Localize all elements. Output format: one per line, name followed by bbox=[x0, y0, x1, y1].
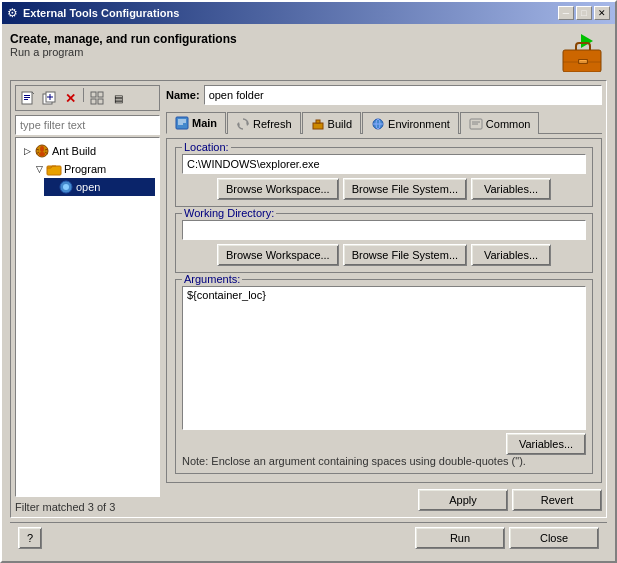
title-bar-buttons: ─ □ ✕ bbox=[558, 6, 610, 20]
delete-config-button[interactable]: ✕ bbox=[60, 88, 80, 108]
toolbar: ✕ ▤ bbox=[15, 85, 160, 111]
svg-point-19 bbox=[39, 152, 45, 156]
working-dir-group: Working Directory: Browse Workspace... B… bbox=[175, 213, 593, 273]
header-section: Create, manage, and run configurations R… bbox=[10, 32, 607, 76]
working-dir-buttons: Browse Workspace... Browse File System..… bbox=[182, 244, 586, 266]
name-row: Name: bbox=[166, 85, 602, 105]
ant-expand-icon: ▷ bbox=[22, 146, 32, 156]
header-title: Create, manage, and run configurations bbox=[10, 32, 237, 46]
maximize-button[interactable]: □ bbox=[576, 6, 592, 20]
location-input[interactable] bbox=[182, 154, 586, 174]
minimize-button[interactable]: ─ bbox=[558, 6, 574, 20]
svg-rect-34 bbox=[313, 123, 323, 129]
filter-status: Filter matched 3 of 3 bbox=[15, 499, 160, 513]
open-program-icon bbox=[58, 179, 74, 195]
svg-point-27 bbox=[63, 184, 69, 190]
program-expand-icon: ▽ bbox=[34, 164, 44, 174]
header-text: Create, manage, and run configurations R… bbox=[10, 32, 237, 58]
collapse-button[interactable] bbox=[87, 88, 107, 108]
workdir-browse-filesystem-button[interactable]: Browse File System... bbox=[343, 244, 467, 266]
ant-build-icon bbox=[34, 143, 50, 159]
working-dir-label: Working Directory: bbox=[182, 207, 276, 219]
tree-item-program[interactable]: ▽ Program bbox=[32, 160, 155, 178]
window-icon: ⚙ bbox=[7, 6, 18, 20]
duplicate-config-button[interactable] bbox=[39, 88, 59, 108]
name-label: Name: bbox=[166, 89, 200, 101]
tab-common-label: Common bbox=[486, 118, 531, 130]
new-config-button[interactable] bbox=[18, 88, 38, 108]
tab-refresh[interactable]: Refresh bbox=[227, 112, 301, 134]
close-button[interactable]: Close bbox=[509, 527, 599, 549]
help-button[interactable]: ? bbox=[18, 527, 42, 549]
workdir-browse-workspace-button[interactable]: Browse Workspace... bbox=[217, 244, 339, 266]
svg-rect-15 bbox=[98, 92, 103, 97]
tab-content-main: Location: Browse Workspace... Browse Fil… bbox=[166, 138, 602, 483]
working-dir-input[interactable] bbox=[182, 220, 586, 240]
apply-button[interactable]: Apply bbox=[418, 489, 508, 511]
filter-input[interactable] bbox=[15, 115, 160, 135]
tab-refresh-label: Refresh bbox=[253, 118, 292, 130]
tree-area[interactable]: ▷ Ant Build ▽ bbox=[15, 137, 160, 497]
arguments-note: Note: Enclose an argument containing spa… bbox=[182, 455, 586, 467]
close-window-button[interactable]: ✕ bbox=[594, 6, 610, 20]
toolbar-separator bbox=[83, 88, 84, 102]
tabs-bar: Main Refresh bbox=[166, 111, 602, 134]
svg-rect-8 bbox=[24, 97, 30, 98]
svg-rect-35 bbox=[316, 120, 320, 123]
title-bar: ⚙ External Tools Configurations ─ □ ✕ bbox=[2, 2, 615, 24]
external-tools-window: ⚙ External Tools Configurations ─ □ ✕ Cr… bbox=[0, 0, 617, 563]
location-browse-workspace-button[interactable]: Browse Workspace... bbox=[217, 178, 339, 200]
tab-main-label: Main bbox=[192, 117, 217, 129]
location-label: Location: bbox=[182, 141, 231, 153]
tree-item-ant-build[interactable]: ▷ Ant Build bbox=[20, 142, 155, 160]
open-label: open bbox=[76, 181, 100, 193]
tree-item-open[interactable]: open bbox=[44, 178, 155, 196]
main-tab-icon bbox=[175, 116, 189, 130]
location-browse-filesystem-button[interactable]: Browse File System... bbox=[343, 178, 467, 200]
arguments-group: Arguments: ${container_loc} Variables...… bbox=[175, 279, 593, 474]
workdir-variables-button[interactable]: Variables... bbox=[471, 244, 551, 266]
arguments-label: Arguments: bbox=[182, 273, 242, 285]
location-group: Location: Browse Workspace... Browse Fil… bbox=[175, 147, 593, 207]
common-tab-icon bbox=[469, 117, 483, 131]
arguments-textarea[interactable]: ${container_loc} bbox=[182, 286, 586, 430]
location-variables-button[interactable]: Variables... bbox=[471, 178, 551, 200]
svg-marker-0 bbox=[581, 34, 593, 48]
svg-rect-25 bbox=[47, 166, 61, 175]
build-tab-icon bbox=[311, 117, 325, 131]
arguments-textarea-wrapper: ${container_loc} bbox=[182, 286, 586, 430]
left-panel: ✕ ▤ ▷ bbox=[15, 85, 160, 513]
svg-point-20 bbox=[40, 146, 44, 152]
tab-environment-label: Environment bbox=[388, 118, 450, 130]
refresh-tab-icon bbox=[236, 117, 250, 131]
arguments-variables-button[interactable]: Variables... bbox=[506, 433, 586, 455]
expand-button[interactable]: ▤ bbox=[108, 88, 128, 108]
name-input[interactable] bbox=[204, 85, 602, 105]
location-buttons: Browse Workspace... Browse File System..… bbox=[182, 178, 586, 200]
svg-rect-28 bbox=[176, 117, 188, 129]
svg-rect-9 bbox=[24, 99, 28, 100]
run-button[interactable]: Run bbox=[415, 527, 505, 549]
briefcase-icon bbox=[559, 32, 607, 72]
revert-button[interactable]: Revert bbox=[512, 489, 602, 511]
svg-rect-17 bbox=[98, 99, 103, 104]
tab-environment[interactable]: Environment bbox=[362, 112, 459, 134]
window-body: Create, manage, and run configurations R… bbox=[2, 24, 615, 561]
apply-revert-row: Apply Revert bbox=[166, 487, 602, 513]
window-footer: ? Run Close bbox=[10, 522, 607, 553]
header-icon bbox=[559, 32, 607, 72]
program-label: Program bbox=[64, 163, 106, 175]
right-panel: Name: Main bbox=[166, 85, 602, 513]
header-subtitle: Run a program bbox=[10, 46, 237, 58]
tab-build[interactable]: Build bbox=[302, 112, 361, 134]
tab-main[interactable]: Main bbox=[166, 112, 226, 134]
tab-common[interactable]: Common bbox=[460, 112, 540, 134]
svg-rect-14 bbox=[91, 92, 96, 97]
footer-buttons: Run Close bbox=[415, 527, 599, 549]
program-icon bbox=[46, 161, 62, 177]
title-bar-text: External Tools Configurations bbox=[23, 7, 553, 19]
tab-build-label: Build bbox=[328, 118, 352, 130]
ant-build-label: Ant Build bbox=[52, 145, 96, 157]
main-content: ✕ ▤ ▷ bbox=[10, 80, 607, 518]
environment-tab-icon bbox=[371, 117, 385, 131]
